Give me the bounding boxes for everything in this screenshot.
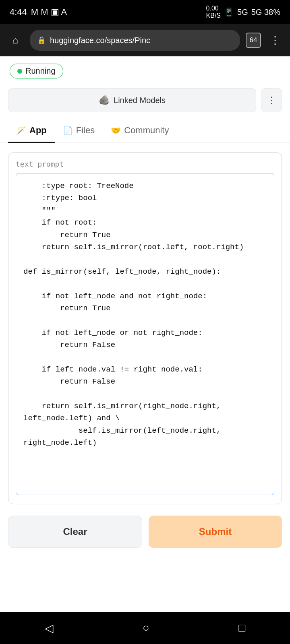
browser-menu-button[interactable]: ⋮ xyxy=(267,31,284,50)
clear-button[interactable]: Clear xyxy=(8,516,142,548)
prompt-label: text_prompt xyxy=(16,160,274,168)
tab-count[interactable]: 64 xyxy=(246,33,261,48)
phone-icon: 📱 xyxy=(224,7,234,17)
page-content: Running 🪨 Linked Models ⋮ 🪄 App 📄 Files … xyxy=(0,56,290,644)
community-tab-icon: 🤝 xyxy=(111,126,121,135)
running-dot xyxy=(17,69,22,74)
files-tab-label: Files xyxy=(76,125,95,136)
status-bar: 4:44 M M ▣ A 0.00KB/S 📱 5G 5G 38% xyxy=(0,0,290,24)
status-icons: M M ▣ A xyxy=(31,7,67,17)
code-input[interactable]: :type root: TreeNode :rtype: bool """ if… xyxy=(16,173,274,495)
action-buttons: Clear Submit xyxy=(8,516,282,556)
main-content: text_prompt :type root: TreeNode :rtype:… xyxy=(0,142,290,566)
back-button[interactable]: ◁ xyxy=(33,617,66,639)
running-badge: Running xyxy=(10,64,63,78)
recent-apps-button[interactable]: □ xyxy=(226,617,257,638)
home-nav-button[interactable]: ○ xyxy=(130,617,162,638)
status-time: 4:44 xyxy=(10,7,27,17)
linked-models-label: Linked Models xyxy=(114,96,166,105)
home-button[interactable]: ⌂ xyxy=(6,31,24,49)
tab-files[interactable]: 📄 Files xyxy=(55,118,103,142)
linked-models-bar: 🪨 Linked Models ⋮ xyxy=(8,88,282,112)
app-tab-icon: 🪄 xyxy=(16,126,26,135)
battery-indicator: 5G 38% xyxy=(251,8,280,17)
signal-icon: 5G xyxy=(237,8,248,17)
linked-models-icon: 🪨 xyxy=(99,95,110,105)
running-bar: Running xyxy=(0,56,290,83)
url-bar[interactable]: 🔒 huggingface.co/spaces/Pinc xyxy=(30,30,240,51)
tabs-bar: 🪄 App 📄 Files 🤝 Community xyxy=(0,118,290,142)
url-text: huggingface.co/spaces/Pinc xyxy=(50,36,150,45)
lock-icon: 🔒 xyxy=(37,36,46,45)
prompt-container: text_prompt :type root: TreeNode :rtype:… xyxy=(8,152,282,504)
linked-models-button[interactable]: 🪨 Linked Models xyxy=(8,88,256,112)
tab-app[interactable]: 🪄 App xyxy=(8,118,55,142)
more-options-button[interactable]: ⋮ xyxy=(261,88,282,112)
kb-indicator: 0.00KB/S xyxy=(206,5,221,19)
browser-bar: ⌂ 🔒 huggingface.co/spaces/Pinc 64 ⋮ xyxy=(0,24,290,56)
bottom-nav: ◁ ○ □ xyxy=(0,612,290,644)
app-tab-label: App xyxy=(29,125,47,136)
status-right: 0.00KB/S 📱 5G 5G 38% xyxy=(206,5,280,19)
community-tab-label: Community xyxy=(124,125,169,136)
status-left: 4:44 M M ▣ A xyxy=(10,7,67,17)
submit-button[interactable]: Submit xyxy=(149,516,282,548)
running-label: Running xyxy=(25,66,56,76)
tab-community[interactable]: 🤝 Community xyxy=(103,118,177,142)
files-tab-icon: 📄 xyxy=(63,126,73,135)
